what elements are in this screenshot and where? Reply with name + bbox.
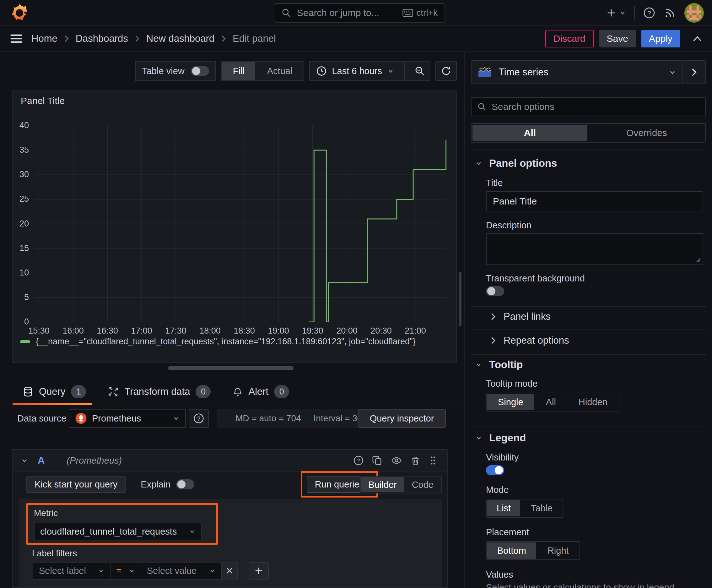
chart-legend[interactable]: {__name__="cloudflared_tunnel_total_requ…	[20, 337, 416, 346]
chevron-down-icon	[669, 68, 676, 76]
zoom-out-icon[interactable]	[410, 62, 430, 80]
chevron-right-icon	[490, 313, 496, 321]
delete-query-icon[interactable]	[410, 455, 420, 466]
kick-start-button[interactable]: Kick start your query	[26, 476, 126, 493]
drag-handle-icon[interactable]	[429, 455, 437, 466]
placement-right[interactable]: Right	[537, 543, 579, 559]
breadcrumb-dashboards[interactable]: Dashboards	[75, 33, 128, 44]
resize-handle-icon[interactable]	[695, 257, 701, 262]
tooltip-hidden[interactable]: Hidden	[568, 394, 618, 410]
grafana-logo-icon[interactable]	[11, 4, 28, 22]
datasource-picker[interactable]: Prometheus	[69, 409, 186, 428]
repeat-options-section[interactable]: Repeat options	[471, 334, 706, 347]
toggle-visibility-icon[interactable]	[391, 455, 402, 466]
placement-label: Placement	[486, 527, 706, 538]
transparent-background-toggle[interactable]	[486, 286, 504, 296]
help-icon[interactable]: ?	[643, 6, 655, 19]
legend-placement-switch: Bottom Right	[486, 541, 580, 560]
chevron-down-icon	[475, 361, 482, 368]
collapse-options-icon[interactable]	[692, 34, 703, 43]
tab-query[interactable]: Query 1	[23, 379, 86, 404]
remove-filter-button[interactable]	[222, 562, 238, 580]
apply-button[interactable]: Apply	[641, 30, 680, 47]
tooltip-single[interactable]: Single	[487, 394, 534, 410]
description-textarea[interactable]	[486, 233, 703, 265]
add-button[interactable]	[606, 7, 626, 18]
menu-icon[interactable]	[9, 33, 23, 44]
tab-overrides[interactable]: Overrides	[589, 125, 704, 141]
tab-alert[interactable]: Alert 0	[233, 379, 289, 404]
keyboard-icon	[403, 8, 413, 17]
datasource-name: Prometheus	[92, 413, 168, 424]
panel-links-section[interactable]: Panel links	[471, 310, 706, 323]
query-inspector-button[interactable]: Query inspector	[358, 409, 446, 428]
chevron-down-icon[interactable]	[21, 457, 28, 464]
actual-option[interactable]: Actual	[257, 62, 303, 80]
user-avatar[interactable]	[684, 3, 704, 23]
chart-panel[interactable]: Panel Title 0510152025303540 15:3016:001…	[12, 90, 457, 363]
datasource-help-button[interactable]: ?	[189, 409, 209, 428]
breadcrumb-new-dashboard[interactable]: New dashboard	[146, 33, 214, 44]
legend-mode-switch: List Table	[486, 499, 563, 518]
code-option[interactable]: Code	[405, 477, 440, 492]
tab-query-label: Query	[39, 386, 65, 397]
legend-visibility-toggle[interactable]	[486, 465, 504, 475]
visibility-label: Visibility	[486, 452, 706, 463]
duplicate-query-icon[interactable]	[372, 455, 383, 466]
select-label-dropdown[interactable]: Select label	[33, 562, 110, 580]
database-icon	[23, 386, 33, 397]
query-help-icon[interactable]: ?	[353, 455, 364, 466]
chevron-right-icon	[64, 35, 69, 42]
x-axis: 15:3016:0016:3017:0017:3018:0018:3019:00…	[34, 326, 447, 337]
title-input[interactable]: Panel Title	[486, 191, 703, 211]
horizontal-scrollbar[interactable]	[168, 366, 294, 370]
tooltip-mode-label: Tooltip mode	[486, 378, 706, 389]
legend-header[interactable]: Legend	[471, 431, 706, 445]
save-button[interactable]: Save	[599, 30, 636, 47]
plot-area[interactable]	[34, 126, 447, 322]
placement-bottom[interactable]: Bottom	[487, 543, 536, 559]
visualization-select[interactable]: Time series	[472, 61, 683, 84]
tooltip-header[interactable]: Tooltip	[471, 358, 706, 372]
tab-transform[interactable]: Transform data 0	[108, 379, 211, 404]
builder-code-switch: Builder Code	[360, 476, 442, 493]
svg-text:?: ?	[197, 416, 200, 422]
legend-series-label[interactable]: {__name__="cloudflared_tunnel_total_requ…	[36, 337, 416, 346]
metric-select[interactable]: cloudflared_tunnel_total_requests	[34, 523, 201, 540]
tab-all-options[interactable]: All	[473, 125, 587, 141]
operator-dropdown[interactable]: =	[110, 562, 141, 580]
fill-actual-switch: Fill Actual	[221, 61, 304, 81]
options-search-input[interactable]: Search options	[471, 97, 706, 116]
query-row-header[interactable]: A (Prometheus) ?	[13, 450, 447, 472]
explain-toggle[interactable]	[176, 479, 194, 489]
breadcrumb-home[interactable]: Home	[31, 33, 58, 44]
news-rss-icon[interactable]	[664, 6, 676, 19]
time-range-picker[interactable]: Last 6 hours	[309, 61, 430, 81]
fill-option[interactable]: Fill	[222, 62, 255, 80]
tooltip-all[interactable]: All	[535, 394, 567, 410]
explain-control: Explain	[141, 479, 194, 490]
select-value-dropdown[interactable]: Select value	[141, 562, 222, 580]
description-label: Description	[486, 220, 706, 231]
builder-option[interactable]: Builder	[361, 477, 404, 492]
chevron-right-icon	[134, 35, 140, 42]
viz-suggestions-button[interactable]	[683, 61, 705, 84]
panel-options-header[interactable]: Panel options	[471, 156, 706, 170]
close-icon	[225, 567, 234, 575]
refresh-button[interactable]	[435, 61, 457, 81]
legend-mode-list[interactable]: List	[487, 500, 520, 517]
vertical-scrollbar[interactable]	[459, 272, 461, 326]
tab-transform-count: 0	[196, 385, 211, 398]
add-filter-button[interactable]	[249, 562, 269, 580]
global-search-input[interactable]: Search or jump to... ctrl+k	[274, 3, 445, 23]
query-options-summary[interactable]: MD = auto = 704 Interval = 30s	[217, 409, 358, 428]
table-view-toggle[interactable]	[191, 66, 209, 76]
metric-block: Metric cloudflared_tunnel_total_requests	[34, 508, 201, 540]
legend-mode-table[interactable]: Table	[521, 500, 562, 517]
label-filters-row: Select label = Select value	[33, 562, 269, 580]
discard-button[interactable]: Discard	[545, 30, 594, 47]
nav-bar: Home Dashboards New dashboard Edit panel…	[0, 26, 712, 52]
prometheus-icon	[75, 413, 87, 424]
actions-divider	[686, 32, 686, 45]
options-sidebar: Time series Search options All Overrides…	[464, 52, 712, 588]
